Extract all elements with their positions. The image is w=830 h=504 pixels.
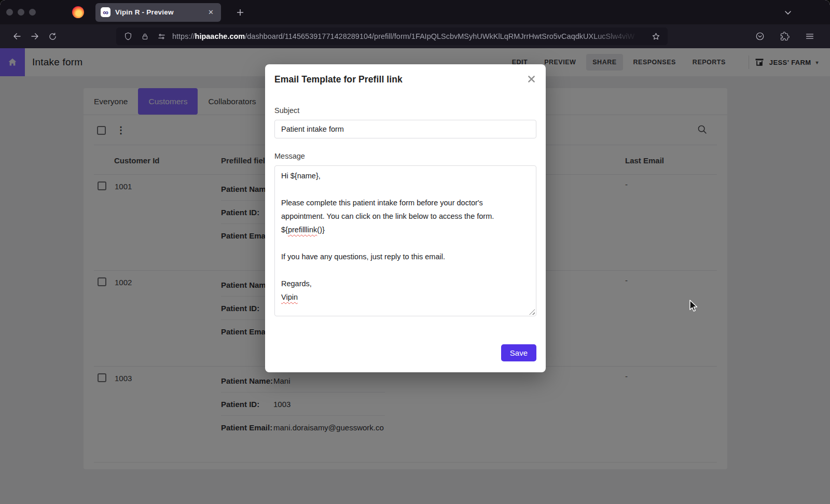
url-scheme: https:// xyxy=(172,32,195,40)
permissions-icon[interactable] xyxy=(156,28,167,45)
email-template-modal: Email Template for Prefill link Subject … xyxy=(265,64,546,372)
window-close-button[interactable] xyxy=(6,9,13,16)
message-line: appointment. You can click on the link b… xyxy=(281,209,530,223)
misspelled-word: Vipin xyxy=(281,293,298,301)
message-line: Hi ${name}, xyxy=(281,169,530,183)
message-textarea[interactable]: Hi ${name}, Please complete this patient… xyxy=(274,165,536,316)
forward-button[interactable] xyxy=(26,28,44,45)
message-line: Vipin xyxy=(281,290,530,304)
tab-list-chevron-icon[interactable] xyxy=(779,4,797,21)
textarea-resize-handle[interactable] xyxy=(529,309,535,315)
window-minimize-button[interactable] xyxy=(18,9,24,16)
tracking-shield-icon[interactable] xyxy=(122,28,134,45)
subject-input[interactable] xyxy=(274,120,536,138)
tab-close-icon[interactable]: ✕ xyxy=(206,7,216,17)
message-line xyxy=(281,183,530,196)
url-domain: hipaache.com xyxy=(195,32,245,40)
modal-title: Email Template for Prefill link xyxy=(274,74,527,85)
browser-toolbar: https://hipaache.com/dashboard/114565391… xyxy=(0,24,830,48)
browser-tab[interactable]: ∞ Vipin R - Preview ✕ xyxy=(95,3,221,22)
message-line: ${prefilllink()} xyxy=(281,223,530,236)
browser-tab-bar: ∞ Vipin R - Preview ✕ xyxy=(0,0,830,24)
url-bar[interactable]: https://hipaache.com/dashboard/114565391… xyxy=(116,27,668,45)
back-button[interactable] xyxy=(8,28,26,45)
message-line: Please complete this patient intake form… xyxy=(281,196,530,209)
new-tab-button[interactable] xyxy=(231,4,249,21)
menu-hamburger-icon[interactable] xyxy=(801,28,819,45)
pocket-icon[interactable] xyxy=(751,28,769,45)
save-button[interactable]: Save xyxy=(501,344,536,361)
url-text[interactable]: https://hipaache.com/dashboard/114565391… xyxy=(172,32,645,40)
message-line: Regards, xyxy=(281,277,530,290)
modal-close-button[interactable] xyxy=(527,74,536,86)
message-line: If you have any questions, just reply to… xyxy=(281,250,530,263)
message-line xyxy=(281,263,530,277)
window-zoom-button[interactable] xyxy=(29,9,36,16)
subject-label: Subject xyxy=(274,106,536,115)
browser-window: ∞ Vipin R - Preview ✕ xyxy=(0,0,830,504)
reload-button[interactable] xyxy=(44,28,61,45)
tab-title: Vipin R - Preview xyxy=(115,8,201,16)
site-favicon-icon: ∞ xyxy=(101,7,110,17)
toolbar-right-icons xyxy=(751,28,822,45)
window-controls[interactable] xyxy=(0,9,43,16)
bookmark-star-icon[interactable] xyxy=(650,28,661,45)
message-label: Message xyxy=(274,152,536,160)
extensions-puzzle-icon[interactable] xyxy=(776,28,794,45)
message-line xyxy=(281,236,530,250)
url-path: /dashboard/114565391771428289104/prefill… xyxy=(245,32,634,40)
misspelled-word: prefilllink xyxy=(288,226,317,234)
lock-icon[interactable] xyxy=(139,28,150,45)
firefox-icon[interactable] xyxy=(72,6,84,18)
